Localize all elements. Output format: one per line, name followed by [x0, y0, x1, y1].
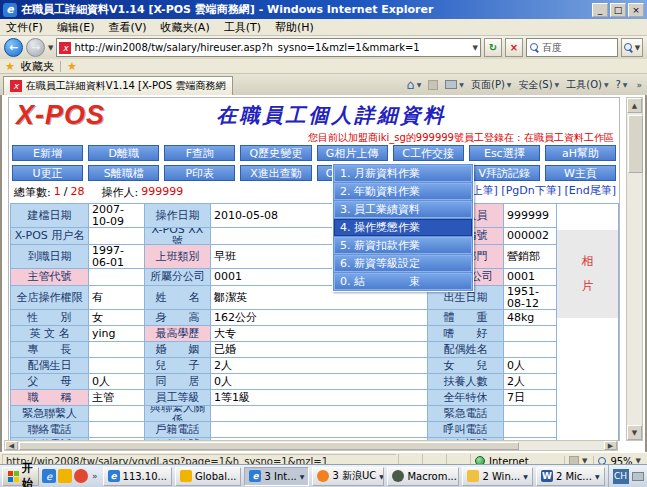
form-value[interactable]: 營銷部 — [504, 245, 557, 269]
history-dropdown-icon[interactable]: ▼ — [48, 44, 53, 52]
form-value[interactable] — [89, 422, 145, 438]
taskbar-button[interactable]: 3 新浪UC▼ — [312, 467, 384, 486]
function-button[interactable]: D離職 — [88, 145, 159, 161]
function-button[interactable]: W主頁 — [545, 165, 616, 181]
form-value[interactable] — [504, 422, 557, 438]
address-dropdown-icon[interactable]: ▼ — [473, 44, 478, 52]
maximize-button[interactable]: □ — [610, 3, 626, 17]
tools-menu-button[interactable]: 工具(O)▼ — [566, 78, 608, 92]
form-value[interactable]: 162公分 — [211, 310, 428, 326]
page-menu-button[interactable]: 页面(P)▼ — [471, 78, 511, 92]
form-value[interactable]: 48kg — [504, 310, 557, 326]
horizontal-scrollbar[interactable]: ◀ ▶ — [4, 440, 618, 451]
stop-button[interactable]: × — [505, 38, 523, 57]
menubar-item[interactable]: 收藏夹(A) — [161, 20, 210, 35]
forward-button[interactable]: → — [26, 38, 45, 57]
dropdown-item[interactable]: 0. 結 束 — [334, 273, 472, 290]
horizontal-scroll-thumb[interactable] — [19, 442, 519, 450]
favorites-label[interactable]: 收藏夹 — [21, 59, 54, 74]
form-value[interactable]: 大专 — [211, 326, 428, 342]
form-value[interactable]: 000002 — [504, 228, 557, 245]
group-dropdown-icon[interactable]: ▼ — [300, 473, 305, 480]
form-value[interactable]: 0人 — [211, 374, 428, 390]
menubar-item[interactable]: 工具(T) — [224, 20, 261, 35]
function-button[interactable]: aH幫助 — [545, 145, 616, 161]
function-button[interactable]: G相片上傳 — [317, 145, 388, 161]
form-value[interactable] — [89, 358, 145, 374]
form-value[interactable]: 0人 — [504, 358, 557, 374]
scroll-right-icon[interactable]: ▶ — [604, 441, 617, 450]
close-button[interactable]: × — [628, 3, 644, 17]
active-tab[interactable]: x 在職員工詳細資料V1.14 [X-POS 雲端商務網] — [3, 76, 233, 95]
dropdown-item[interactable]: 3. 員工業績資料 — [334, 201, 472, 218]
group-dropdown-icon[interactable]: ▼ — [379, 473, 384, 480]
form-value[interactable] — [89, 406, 145, 422]
form-value[interactable] — [504, 326, 557, 342]
start-button[interactable]: 开始 — [2, 467, 39, 486]
refresh-button[interactable]: ↻ — [484, 38, 502, 57]
quicklaunch-ie-icon[interactable]: e — [42, 469, 56, 483]
menubar-item[interactable]: 帮助(H) — [275, 20, 314, 35]
form-value[interactable] — [89, 228, 145, 245]
form-value[interactable]: 主管 — [89, 390, 145, 406]
taskbar-button[interactable]: e3 Int...▼ — [244, 467, 309, 486]
scroll-left-icon[interactable]: ◀ — [5, 441, 18, 450]
form-value[interactable]: ying — [89, 326, 145, 342]
dropdown-item[interactable]: 2. 年勤資料作業 — [334, 183, 472, 200]
menubar-item[interactable]: 查看(V) — [108, 20, 146, 35]
form-value[interactable]: 999999 — [504, 204, 557, 228]
print-button[interactable]: ▼ — [445, 80, 464, 89]
function-button[interactable]: X進出查勤 — [240, 165, 311, 181]
quicklaunch-qq-icon[interactable] — [74, 469, 88, 483]
quicklaunch-app-icon[interactable] — [58, 469, 72, 483]
form-value[interactable] — [89, 269, 145, 286]
back-button[interactable]: ← — [4, 38, 23, 57]
vertical-scrollbar[interactable]: ▲ ▼ — [626, 97, 643, 441]
function-button[interactable]: V拜訪記錄 — [469, 165, 540, 181]
form-value[interactable]: 1951-08-12 — [504, 286, 557, 310]
function-button[interactable]: Esc選擇 — [469, 145, 540, 161]
minimize-button[interactable]: _ — [592, 3, 608, 17]
form-value[interactable] — [211, 406, 428, 422]
vertical-scroll-thumb[interactable] — [628, 115, 643, 173]
dropdown-item[interactable]: 5. 薪資扣款作業 — [334, 237, 472, 254]
function-button[interactable]: C工作交接 — [393, 145, 464, 161]
function-button[interactable]: P印表 — [164, 165, 235, 181]
favorites-star-icon[interactable]: ★ — [5, 60, 15, 73]
tray-printer-icon[interactable] — [632, 472, 644, 481]
function-button[interactable]: S離職檔 — [88, 165, 159, 181]
form-value[interactable]: 女 — [89, 310, 145, 326]
menubar-item[interactable]: 文件(F) — [6, 20, 43, 35]
function-button[interactable]: E新增 — [12, 145, 83, 161]
form-value[interactable] — [504, 406, 557, 422]
function-button[interactable]: F查詢 — [164, 145, 235, 161]
group-dropdown-icon[interactable]: ▼ — [523, 473, 528, 480]
address-bar[interactable]: x http://win2008/tw/salary/hireuser.asp?… — [56, 38, 481, 57]
home-button[interactable]: ⌂▼ — [406, 77, 421, 92]
form-value[interactable] — [504, 342, 557, 358]
scroll-up-icon[interactable]: ▲ — [627, 98, 642, 113]
quicklaunch-chevron-icon[interactable]: » — [90, 471, 100, 481]
form-value[interactable] — [89, 342, 145, 358]
form-value[interactable]: 已婚 — [211, 342, 428, 358]
form-value[interactable] — [211, 422, 428, 438]
form-value[interactable]: 7日 — [504, 390, 557, 406]
form-value[interactable]: 0001 — [504, 269, 557, 286]
search-input[interactable]: 百度 — [526, 38, 618, 57]
taskbar-button[interactable]: Macrom... — [387, 467, 459, 486]
dropdown-item[interactable]: 4. 操作獎懲作業 — [334, 219, 472, 236]
group-dropdown-icon[interactable]: ▼ — [595, 473, 600, 480]
overflow-chevron-icon[interactable]: » — [634, 80, 644, 90]
feeds-button[interactable] — [428, 80, 438, 90]
taskbar-button[interactable]: e113.10... — [103, 467, 173, 486]
add-favorite-icon[interactable]: ★ — [67, 60, 77, 73]
safety-menu-button[interactable]: 安全(S)▼ — [518, 78, 559, 92]
form-value[interactable]: 2人 — [211, 358, 428, 374]
form-value[interactable]: 2人 — [504, 374, 557, 390]
dropdown-item[interactable]: 6. 薪資等級設定 — [334, 255, 472, 272]
taskbar-button[interactable]: W2 Mic...▼ — [536, 467, 605, 486]
taskbar-button[interactable]: Global... — [175, 467, 241, 486]
form-value[interactable]: 2007-10-09 — [89, 204, 145, 228]
help-button[interactable]: ?▼ — [616, 79, 628, 90]
form-value[interactable]: 有 — [89, 286, 145, 310]
